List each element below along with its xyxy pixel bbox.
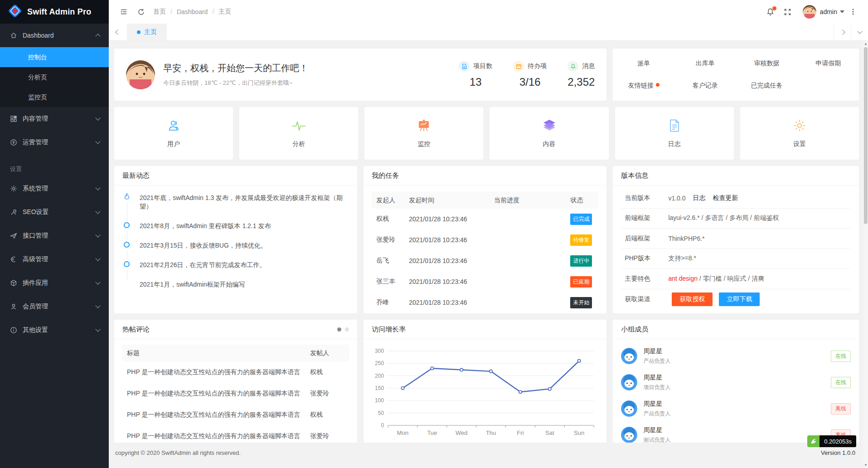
stat-projects: 项目数 13 xyxy=(459,61,492,88)
user-avatar[interactable] xyxy=(803,5,816,19)
column-header: 状态 xyxy=(570,196,598,205)
tab-active-dot-icon xyxy=(137,30,141,34)
scroll-down-arrow[interactable]: ▼ xyxy=(863,463,868,467)
sidebar-item-label: Dashboard xyxy=(23,32,96,39)
username: admin xyxy=(820,8,837,15)
list-item: 周星星项目负责人 在线 xyxy=(621,369,851,395)
comment-author: 张爱玲 xyxy=(310,390,349,398)
link-outbound[interactable]: 出库单 xyxy=(674,59,736,68)
dashboard-submenu: 控制台 分析页 监控页 xyxy=(0,47,109,107)
app-title: Swift Admin Pro xyxy=(27,7,91,17)
sidebar-item-plugins[interactable]: 插件应用 xyxy=(0,271,109,295)
table-row: PHP 是一种创建动态交互性站点的强有力的服务器端脚本语言 权栈 xyxy=(122,404,349,425)
render-time-value: 0.202053s xyxy=(820,435,856,447)
quick-settings[interactable]: 设置 xyxy=(740,107,859,160)
notification-badge-dot xyxy=(772,6,776,10)
link-customer-records[interactable]: 客户记录 xyxy=(674,82,736,90)
scrollbar-thumb[interactable] xyxy=(864,47,868,224)
member-list: 周星星产品负责人 在线 周星星项目负责人 在线 周星星产品负责人 离线 xyxy=(613,339,859,443)
link-completed-tasks[interactable]: 已完成任务 xyxy=(736,82,798,90)
flame-icon xyxy=(122,193,131,204)
sidebar-item-seo-settings[interactable]: SEO设置 xyxy=(0,200,109,224)
more-menu-button[interactable] xyxy=(844,0,862,24)
member-avatar xyxy=(621,400,637,417)
sidebar-item-member-mgmt[interactable]: 会员管理 xyxy=(0,295,109,318)
stat-label: 待办项 xyxy=(528,62,547,70)
sidebar-item-system-mgmt[interactable]: 系统管理 xyxy=(0,177,109,200)
task-initiator: 张爱玲 xyxy=(372,236,409,244)
carousel-dot-active[interactable] xyxy=(337,327,341,332)
sidebar-subitem-console[interactable]: 控制台 xyxy=(0,47,109,67)
quick-analysis[interactable]: 分析 xyxy=(239,107,358,160)
file-icon xyxy=(459,61,470,72)
app-logo[interactable]: Swift Admin Pro xyxy=(0,0,109,24)
card-title: 访问增长率 xyxy=(372,325,406,334)
check-update-link[interactable]: 检查更新 xyxy=(713,194,738,202)
link-leave-request[interactable]: 申请假期 xyxy=(797,59,859,68)
sidebar-item-api-mgmt[interactable]: 接口管理 xyxy=(0,224,109,248)
document-icon xyxy=(668,119,681,134)
sidebar-item-advanced-mgmt[interactable]: 高级管理 xyxy=(0,248,109,271)
breadcrumb-dashboard[interactable]: Dashboard xyxy=(166,8,208,15)
link-friend-links[interactable]: 友情链接 xyxy=(613,82,674,90)
member-name: 周星星 xyxy=(643,400,670,408)
breadcrumb-home[interactable]: 首页 xyxy=(153,8,166,16)
sidebar-item-content-mgmt[interactable]: 内容管理 xyxy=(0,107,109,131)
sidebar-subitem-monitor[interactable]: 监控页 xyxy=(0,87,109,107)
tabs-scroll-left-button[interactable] xyxy=(109,24,127,40)
quick-logs[interactable]: 日志 xyxy=(615,107,734,160)
bell-icon xyxy=(567,61,578,72)
sidebar-item-label: 接口管理 xyxy=(23,232,96,240)
user-menu[interactable]: admin xyxy=(820,8,844,15)
highlight-feature[interactable]: ant design xyxy=(668,275,698,282)
list-item: 周星星产品负责人 在线 xyxy=(621,343,851,369)
quick-content[interactable]: 内容 xyxy=(490,107,608,160)
sidebar-item-label: 插件应用 xyxy=(23,279,96,287)
quick-monitor[interactable]: 监控 xyxy=(364,107,483,160)
member-avatar xyxy=(621,427,637,443)
task-initiator: 岳飞 xyxy=(372,257,409,265)
news-text: 2021年1月，swiftAdmin框架开始编写 xyxy=(140,281,245,288)
sidebar-collapse-button[interactable] xyxy=(115,0,132,24)
task-initiator: 权栈 xyxy=(372,215,409,223)
carousel-dot[interactable] xyxy=(345,327,349,332)
card-title: 我的任务 xyxy=(372,171,399,180)
backend-framework: ThinkPHP6.* xyxy=(668,235,704,242)
member-role: 产品负责人 xyxy=(643,357,670,365)
current-version: v1.0.0 xyxy=(668,195,685,202)
version-card-header: 版本信息 xyxy=(613,166,859,185)
vertical-scrollbar[interactable]: ▲ ▼ xyxy=(863,41,868,468)
sidebar-item-dashboard[interactable]: Dashboard xyxy=(0,24,109,47)
table-row: PHP 是一种创建动态交互性站点的强有力的服务器端脚本语言 张爱玲 xyxy=(122,383,349,404)
table-row: 权栈 2021/01/28 10:23:46 已完成 xyxy=(372,209,598,229)
link-dispatch[interactable]: 派单 xyxy=(613,59,674,68)
sidebar-subitem-analysis[interactable]: 分析页 xyxy=(0,67,109,87)
refresh-button[interactable] xyxy=(132,0,150,24)
svg-text:Sun: Sun xyxy=(574,429,584,436)
tab-label: 主页 xyxy=(144,28,157,36)
sidebar-item-other-settings[interactable]: 其他设置 xyxy=(0,318,109,342)
news-text: 2021年2月26日，在元宵节前完成发布工作。 xyxy=(140,261,266,268)
svg-text:250: 250 xyxy=(375,360,384,366)
table-row: PHP 是一种创建动态交互性站点的强有力的服务器端脚本语言 权栈 xyxy=(122,361,349,383)
scroll-up-arrow[interactable]: ▲ xyxy=(863,42,868,46)
download-button[interactable]: 立即下载 xyxy=(719,292,760,306)
svg-text:100: 100 xyxy=(375,397,384,404)
sidebar-item-operations-mgmt[interactable]: 运营管理 xyxy=(0,131,109,154)
tab-home[interactable]: 主页 xyxy=(127,24,167,40)
fullscreen-button[interactable] xyxy=(779,0,796,24)
notifications-button[interactable] xyxy=(762,0,779,24)
changelog-link[interactable]: 日志 xyxy=(693,194,706,202)
member-name: 周星星 xyxy=(643,426,670,434)
row-label: 获取渠道 xyxy=(621,295,668,303)
tabs-scroll-right-button[interactable] xyxy=(834,24,851,40)
breadcrumb-current[interactable]: 主页 xyxy=(208,8,231,16)
link-audit-data[interactable]: 审核数据 xyxy=(736,59,798,68)
get-license-button[interactable]: 获取授权 xyxy=(672,292,713,306)
row-label: 主要特色 xyxy=(621,275,668,283)
quick-users[interactable]: 用户 xyxy=(114,107,233,160)
status-badge: 已完成 xyxy=(570,214,598,225)
tabs-menu-button[interactable] xyxy=(851,24,868,40)
stat-messages: 消息 2,352 xyxy=(567,61,595,88)
column-header: 发起人 xyxy=(372,196,409,205)
